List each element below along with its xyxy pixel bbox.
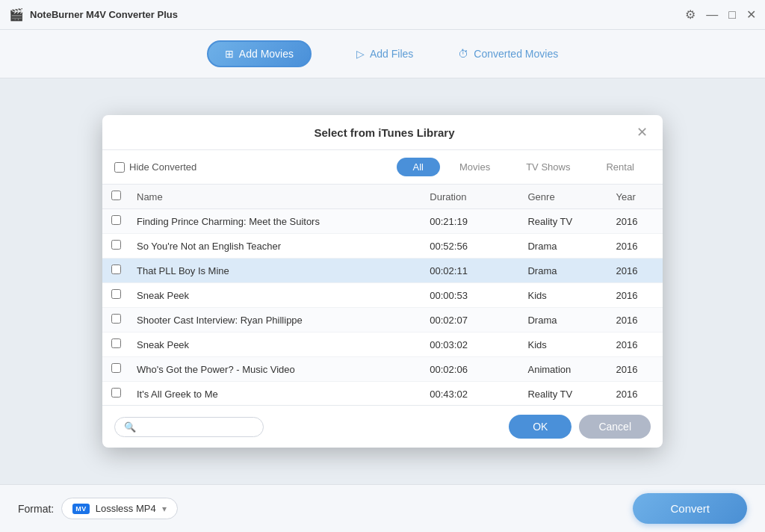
row-checkbox[interactable] <box>111 215 121 225</box>
table-header-name: Name <box>129 185 422 209</box>
format-badge: MV <box>72 504 90 514</box>
convert-button[interactable]: Convert <box>633 493 747 524</box>
table-header-row: Name Duration Genre Year <box>102 185 663 209</box>
table-row[interactable]: Shooter Cast Interview: Ryan Phillippe00… <box>102 308 663 332</box>
row-genre: Kids <box>520 332 608 357</box>
row-duration: 00:03:02 <box>422 332 520 357</box>
table-header-genre: Genre <box>520 185 608 209</box>
toolbar: ⊞ Add Movies ▷ Add Files ⏱ Converted Mov… <box>0 30 765 78</box>
row-checkbox[interactable] <box>111 363 121 373</box>
filter-row: Hide Converted All Movies TV Shows Renta… <box>102 150 663 185</box>
converted-movies-icon: ⏱ <box>458 48 468 60</box>
hide-converted-checkbox[interactable] <box>114 162 125 173</box>
row-name: Sneak Peek <box>129 283 422 308</box>
add-movies-icon: ⊞ <box>225 48 234 60</box>
search-box[interactable]: 🔍 <box>114 417 264 437</box>
library-table-scroll[interactable]: Name Duration Genre Year Finding Prince … <box>102 185 663 405</box>
row-name: Who's Got the Power? - Music Video <box>129 357 422 382</box>
footer-buttons: OK Cancel <box>509 415 651 439</box>
modal-close-button[interactable]: ✕ <box>637 126 648 139</box>
library-table: Name Duration Genre Year Finding Prince … <box>102 185 663 405</box>
row-checkbox[interactable] <box>111 388 121 398</box>
format-section: Format: MV Lossless MP4 ▾ <box>18 498 178 519</box>
row-duration: 00:02:11 <box>422 259 520 283</box>
filter-tab-movies[interactable]: Movies <box>443 158 507 176</box>
table-row[interactable]: So You're Not an English Teacher00:52:56… <box>102 234 663 259</box>
settings-icon[interactable]: ⚙ <box>685 7 696 22</box>
table-header-duration: Duration <box>422 185 520 209</box>
row-checkbox-cell <box>102 382 129 406</box>
format-label: Format: <box>18 503 54 515</box>
row-year: 2016 <box>609 357 663 382</box>
search-input[interactable] <box>140 421 254 433</box>
hide-converted-label[interactable]: Hide Converted <box>114 161 196 173</box>
app-icon: 🎬 <box>9 7 24 22</box>
format-name: Lossless MP4 <box>96 503 156 514</box>
row-genre: Reality TV <box>520 209 608 234</box>
add-movies-button[interactable]: ⊞ Add Movies <box>207 40 312 67</box>
window-controls: ⚙ — □ ✕ <box>685 7 756 22</box>
app-title-area: 🎬 NoteBurner M4V Converter Plus <box>9 7 178 22</box>
row-genre: Drama <box>520 308 608 332</box>
row-genre: Reality TV <box>520 382 608 406</box>
row-duration: 00:21:19 <box>422 209 520 234</box>
minimize-icon[interactable]: — <box>706 8 718 22</box>
row-year: 2016 <box>609 234 663 259</box>
row-genre: Drama <box>520 234 608 259</box>
row-year: 2016 <box>609 209 663 234</box>
main-area: Select from iTunes Library ✕ Hide Conver… <box>0 78 765 484</box>
row-name: Finding Prince Charming: Meet the Suitor… <box>129 209 422 234</box>
modal-title: Select from iTunes Library <box>132 126 637 139</box>
filter-tab-all[interactable]: All <box>397 158 440 176</box>
table-header-year: Year <box>609 185 663 209</box>
row-checkbox[interactable] <box>111 338 121 348</box>
row-checkbox-cell <box>102 209 129 234</box>
select-all-checkbox[interactable] <box>111 191 121 200</box>
row-genre: Kids <box>520 283 608 308</box>
row-name: Shooter Cast Interview: Ryan Phillippe <box>129 308 422 332</box>
title-bar: 🎬 NoteBurner M4V Converter Plus ⚙ — □ ✕ <box>0 0 765 30</box>
table-header-checkbox <box>102 185 129 209</box>
row-genre: Drama <box>520 259 608 283</box>
table-row[interactable]: Sneak Peek00:03:02Kids2016 <box>102 332 663 357</box>
add-files-icon: ▷ <box>356 48 365 60</box>
row-checkbox-cell <box>102 234 129 259</box>
row-year: 2016 <box>609 308 663 332</box>
row-duration: 00:52:56 <box>422 234 520 259</box>
modal-overlay: Select from iTunes Library ✕ Hide Conver… <box>0 78 765 484</box>
row-year: 2016 <box>609 283 663 308</box>
table-row[interactable]: That PLL Boy Is Mine00:02:11Drama2016 <box>102 259 663 283</box>
converted-movies-button[interactable]: ⏱ Converted Movies <box>458 48 558 60</box>
row-genre: Animation <box>520 357 608 382</box>
maximize-icon[interactable]: □ <box>728 8 736 22</box>
add-files-label: Add Files <box>370 48 413 60</box>
table-row[interactable]: Finding Prince Charming: Meet the Suitor… <box>102 209 663 234</box>
table-row[interactable]: Sneak Peek00:00:53Kids2016 <box>102 283 663 308</box>
close-icon[interactable]: ✕ <box>746 7 756 22</box>
ok-button[interactable]: OK <box>509 415 572 439</box>
add-movies-label: Add Movies <box>239 48 294 60</box>
row-name: Sneak Peek <box>129 332 422 357</box>
row-year: 2016 <box>609 382 663 406</box>
filter-tab-rental[interactable]: Rental <box>589 158 651 176</box>
row-duration: 00:02:07 <box>422 308 520 332</box>
filter-tab-tvshows[interactable]: TV Shows <box>510 158 586 176</box>
row-year: 2016 <box>609 259 663 283</box>
format-dropdown[interactable]: MV Lossless MP4 ▾ <box>61 498 177 519</box>
row-checkbox[interactable] <box>111 240 121 250</box>
row-checkbox[interactable] <box>111 314 121 324</box>
app-title: NoteBurner M4V Converter Plus <box>30 9 178 20</box>
row-year: 2016 <box>609 332 663 357</box>
row-checkbox-cell <box>102 259 129 283</box>
row-checkbox[interactable] <box>111 265 121 274</box>
chevron-down-icon: ▾ <box>162 504 167 514</box>
table-row[interactable]: Who's Got the Power? - Music Video00:02:… <box>102 357 663 382</box>
add-files-button[interactable]: ▷ Add Files <box>356 48 413 60</box>
row-name: That PLL Boy Is Mine <box>129 259 422 283</box>
row-checkbox[interactable] <box>111 289 121 299</box>
cancel-button[interactable]: Cancel <box>579 415 651 439</box>
table-row[interactable]: It's All Greek to Me00:43:02Reality TV20… <box>102 382 663 406</box>
row-duration: 00:02:06 <box>422 357 520 382</box>
modal-header: Select from iTunes Library ✕ <box>102 115 663 150</box>
converted-movies-label: Converted Movies <box>474 48 558 60</box>
